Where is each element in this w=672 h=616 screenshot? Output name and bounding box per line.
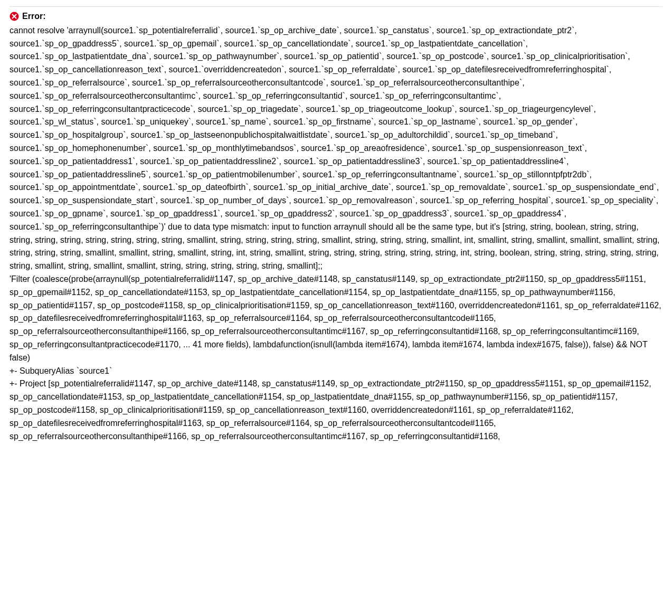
error-label: Error: (22, 10, 45, 23)
error-icon (10, 12, 19, 21)
top-divider (10, 6, 662, 7)
error-body: cannot resolve 'arraynull(source1.`sp_po… (10, 24, 662, 443)
error-header: Error: (10, 10, 662, 23)
